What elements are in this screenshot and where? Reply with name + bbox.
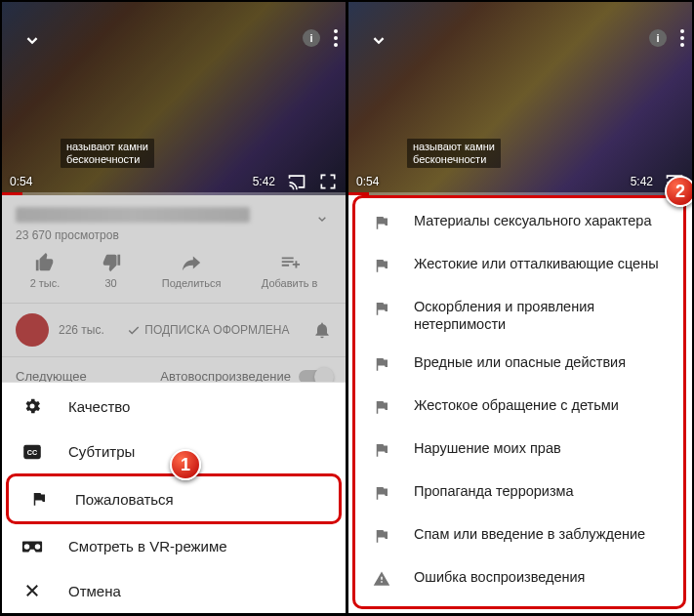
flag-icon [373, 482, 392, 506]
reason-harmful[interactable]: Вредные или опасные действия [355, 344, 683, 387]
info-card-button[interactable]: i [303, 29, 320, 47]
player-overflow-button[interactable] [680, 29, 684, 47]
caption-overlay: называют камни бесконечности [407, 139, 501, 168]
gear-icon [21, 396, 43, 416]
flag-icon [373, 353, 392, 377]
reason-spam[interactable]: Спам или введение в заблуждение [355, 515, 683, 558]
view-count: 23 670 просмотров [16, 228, 332, 242]
fullscreen-icon[interactable] [318, 172, 338, 191]
flag-icon [373, 298, 392, 321]
reason-terrorism[interactable]: Пропаганда терроризма [355, 472, 683, 515]
flag-icon [373, 439, 392, 463]
flag-icon [373, 212, 392, 235]
warning-icon [373, 568, 392, 592]
reason-rights[interactable]: Нарушение моих прав [355, 430, 683, 472]
quality-option[interactable]: Качество [2, 383, 346, 430]
reason-playback-error[interactable]: Ошибка воспроизведения [355, 558, 683, 601]
screenshot-left: i называют камни бесконечности 0:54 5:42… [2, 2, 346, 613]
svg-text:CC: CC [27, 448, 37, 457]
report-reasons-sheet: Материалы сексуального характера Жестоки… [352, 195, 686, 609]
share-button[interactable]: Поделиться [162, 252, 222, 289]
options-sheet: Качество CC Субтитры Пожаловаться Смотре… [2, 382, 346, 613]
channel-avatar[interactable] [16, 313, 49, 347]
flag-icon [373, 255, 392, 278]
cardboard-icon [21, 539, 43, 554]
flag-icon [373, 525, 392, 549]
reason-child-abuse[interactable]: Жестокое обращение с детьми [355, 387, 683, 430]
subscriber-count: 226 тыс. [59, 323, 104, 337]
cast-icon[interactable] [287, 172, 306, 191]
player-overflow-button[interactable] [334, 29, 338, 47]
add-to-button[interactable]: Добавить в [262, 252, 318, 289]
caption-overlay: называют камни бесконечности [61, 139, 154, 168]
expand-description-icon[interactable] [314, 211, 330, 226]
reason-violent[interactable]: Жестокие или отталкивающие сцены [355, 245, 683, 288]
time-total: 5:42 [631, 175, 653, 188]
like-button[interactable]: 2 тыс. [30, 252, 61, 289]
screenshot-right: i называют камни бесконечности 0:54 5:42… [348, 2, 692, 613]
callout-2: 2 [665, 176, 692, 207]
cancel-option[interactable]: Отмена [2, 568, 346, 613]
close-icon [21, 582, 43, 599]
captions-icon: CC [21, 444, 43, 460]
subscribe-button[interactable]: ПОДПИСКА ОФОРМЛЕНА [114, 323, 303, 337]
time-elapsed: 0:54 [10, 175, 32, 188]
time-total: 5:42 [253, 175, 275, 188]
collapse-player-button[interactable] [368, 29, 389, 55]
flag-icon [28, 490, 50, 508]
bell-icon[interactable] [312, 320, 332, 340]
reason-hateful[interactable]: Оскорбления и проявления нетерпимости [355, 288, 683, 343]
vr-option[interactable]: Смотреть в VR-режиме [2, 524, 346, 568]
reason-sexual[interactable]: Материалы сексуального характера [355, 202, 683, 245]
dislike-button[interactable]: 30 [101, 252, 122, 289]
video-title [16, 207, 250, 223]
video-player[interactable]: i называют камни бесконечности 0:54 5:42 [348, 2, 692, 195]
info-card-button[interactable]: i [649, 29, 667, 47]
flag-icon [373, 396, 392, 420]
video-player[interactable]: i называют камни бесконечности 0:54 5:42 [2, 2, 346, 195]
time-elapsed: 0:54 [356, 175, 379, 188]
collapse-player-button[interactable] [21, 29, 43, 55]
callout-1: 1 [170, 449, 201, 480]
report-option[interactable]: Пожаловаться [6, 473, 342, 524]
